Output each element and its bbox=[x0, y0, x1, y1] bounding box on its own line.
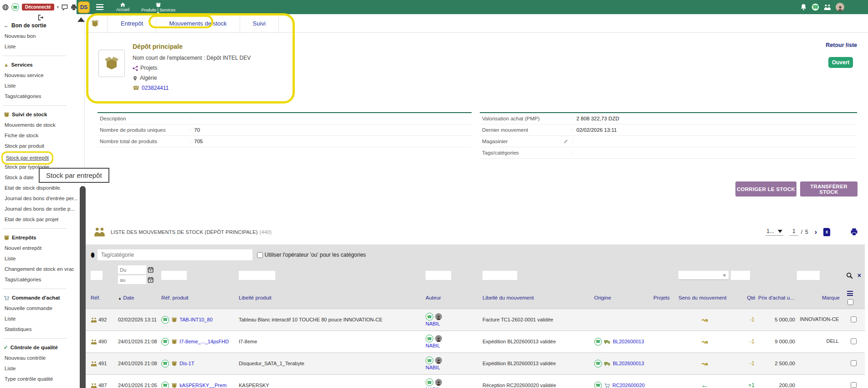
sidebar-item-liste-entrepots[interactable]: Liste bbox=[0, 253, 77, 264]
date-to-input[interactable] bbox=[118, 275, 146, 284]
sidebar-item-nouvelle-commande[interactable]: Nouvelle commande bbox=[0, 303, 77, 314]
whatsapp-icon[interactable]: ☎ bbox=[594, 360, 602, 367]
movement-filter-input[interactable] bbox=[483, 271, 517, 280]
sidebar-section-commande-achat[interactable]: Commande d'achat bbox=[0, 293, 77, 303]
whatsapp-icon[interactable]: ☎ bbox=[161, 382, 169, 388]
back-to-list-link[interactable]: Retour liste bbox=[798, 42, 857, 48]
product-ref-link[interactable]: TAB-INT10_80 bbox=[180, 317, 213, 322]
search-icon[interactable] bbox=[846, 272, 853, 279]
depot-photo-placeholder[interactable] bbox=[98, 50, 125, 77]
tag-category-input[interactable] bbox=[98, 249, 252, 260]
product-label-filter-input[interactable] bbox=[239, 271, 275, 280]
edit-pencil-icon[interactable] bbox=[563, 139, 569, 145]
sidebar-item-liste-bon[interactable]: Liste bbox=[0, 41, 77, 52]
col-price[interactable]: Prix d'achat u... bbox=[758, 295, 797, 300]
page-input[interactable]: 1 bbox=[790, 228, 798, 236]
col-date[interactable]: ▲ Date bbox=[118, 295, 161, 300]
sidebar-item-fiche-de-stock[interactable]: Fiche de stock bbox=[0, 130, 77, 141]
sidebar-item-nouveau-bon[interactable]: Nouveau bon bbox=[0, 31, 77, 41]
rows-per-page-select[interactable]: 1... bbox=[765, 228, 783, 236]
sidebar-item-etat-stock-disponible[interactable]: Etat de stock disponible. bbox=[0, 183, 77, 193]
tab-suivi[interactable]: Suivi bbox=[240, 14, 279, 32]
date-from-input[interactable] bbox=[118, 265, 146, 274]
whatsapp-icon[interactable]: ☎ bbox=[426, 335, 433, 342]
logout-icon[interactable] bbox=[38, 14, 44, 20]
print-list-icon[interactable] bbox=[850, 228, 858, 236]
author-avatar[interactable] bbox=[435, 313, 442, 320]
nav-item-produits-services[interactable]: Produits | Services bbox=[141, 0, 175, 14]
col-direction[interactable]: Sens du mouvement bbox=[678, 295, 731, 300]
col-ref[interactable]: Réf. bbox=[91, 295, 118, 300]
sidebar-item-tags-entrepots[interactable]: Tags/catégories bbox=[0, 274, 77, 285]
whatsapp-icon[interactable]: ☎ bbox=[426, 357, 433, 364]
origin-link[interactable]: BL202600013 bbox=[613, 339, 644, 344]
transferer-stock-button[interactable]: TRANSFÉRER STOCK bbox=[800, 181, 858, 197]
select-all-checkbox[interactable] bbox=[847, 299, 853, 305]
sidebar-item-type-controle-qualite[interactable]: Type contrôle qualité bbox=[0, 374, 77, 384]
row-checkbox[interactable] bbox=[851, 338, 857, 344]
whatsapp-icon[interactable]: ☎ bbox=[161, 338, 169, 346]
export-excel-icon[interactable]: x bbox=[823, 228, 830, 236]
origin-link[interactable]: BL202600013 bbox=[613, 361, 644, 366]
author-avatar[interactable] bbox=[435, 335, 442, 342]
whatsapp-icon[interactable]: ☎ bbox=[161, 316, 169, 324]
print-icon[interactable] bbox=[71, 4, 77, 10]
hamburger-menu-icon[interactable] bbox=[96, 4, 103, 10]
chevron-right-icon[interactable]: › bbox=[845, 42, 847, 50]
row-checkbox[interactable] bbox=[851, 382, 857, 388]
sidebar-back-header[interactable]: ← Bon de sortie bbox=[0, 20, 77, 31]
sidebar-item-nouvel-entrepot[interactable]: Nouvel entrepôt bbox=[0, 243, 77, 253]
globe-icon[interactable] bbox=[2, 4, 9, 10]
notification-bell-icon[interactable] bbox=[800, 4, 807, 10]
whatsapp-chat-icon[interactable]: ☎ bbox=[812, 3, 819, 11]
row-ref[interactable]: 490 bbox=[98, 339, 107, 344]
sidebar-item-statistiques[interactable]: Statistiques bbox=[0, 324, 77, 335]
user-avatar[interactable] bbox=[836, 3, 844, 11]
row-ref[interactable]: 492 bbox=[98, 317, 107, 322]
collapse-triangle-icon[interactable] bbox=[77, 17, 85, 22]
col-projects[interactable]: Projets bbox=[653, 295, 678, 300]
col-origin[interactable]: Origine bbox=[594, 295, 653, 300]
corriger-stock-button[interactable]: CORRIGER LE STOCK bbox=[735, 181, 796, 197]
qty-filter-input[interactable] bbox=[731, 271, 750, 280]
col-product-label[interactable]: Libellé produit bbox=[239, 295, 426, 300]
author-name[interactable]: NABIL bbox=[426, 343, 483, 348]
nav-item-accueil[interactable]: Accueil bbox=[116, 0, 129, 14]
sidebar-item-nouveau-service[interactable]: Nouveau service bbox=[0, 70, 77, 81]
sidebar-item-nouveau-controle[interactable]: Nouveau contrôle bbox=[0, 353, 77, 363]
calendar-icon[interactable] bbox=[148, 277, 154, 283]
whatsapp-icon[interactable]: ☎ bbox=[426, 313, 433, 321]
contacts-icon[interactable] bbox=[824, 4, 831, 10]
row-ref[interactable]: 491 bbox=[98, 361, 107, 366]
sidebar-scrollbar[interactable] bbox=[80, 186, 86, 388]
sidebar-item-mouvements-de-stock[interactable]: Mouvements de stock bbox=[0, 120, 77, 130]
direction-filter-select[interactable] bbox=[678, 271, 729, 280]
sidebar-item-liste-commandes[interactable]: Liste bbox=[0, 314, 77, 324]
author-avatar[interactable] bbox=[435, 357, 442, 364]
author-filter-input[interactable] bbox=[426, 271, 451, 280]
disconnected-badge[interactable]: Déconnecté bbox=[22, 4, 54, 10]
badge-caret-icon[interactable]: ▾ bbox=[57, 5, 59, 9]
whatsapp-icon[interactable]: ☎ bbox=[161, 360, 169, 367]
whatsapp-icon[interactable]: ☎ bbox=[594, 338, 602, 346]
sidebar-section-entrepots[interactable]: Entrepôts bbox=[0, 233, 77, 243]
whatsapp-icon[interactable]: ☎ bbox=[426, 378, 433, 386]
sidebar-section-suivi-de-stock[interactable]: Suivi de stock bbox=[0, 109, 77, 120]
tab-mouvements-de-stock[interactable]: Mouvements de stock bbox=[156, 14, 240, 32]
tab-entrepot[interactable]: Entrepôt bbox=[108, 14, 156, 32]
sidebar-item-tags-services[interactable]: Tags/catégories bbox=[0, 91, 77, 102]
sidebar-item-etat-stock-projet[interactable]: Etat de stock par projet bbox=[0, 214, 77, 225]
chat-bubble-icon[interactable] bbox=[62, 4, 68, 10]
product-ref-link[interactable]: I7-8eme_..._14psFHD bbox=[180, 339, 229, 344]
clear-filters-icon[interactable]: × bbox=[858, 272, 861, 279]
sidebar-item-liste-controles[interactable]: Liste bbox=[0, 363, 77, 374]
chevron-left-icon[interactable]: ‹ bbox=[834, 42, 837, 50]
whatsapp-icon[interactable]: ☎ bbox=[11, 3, 19, 11]
sidebar-item-stock-par-entrepot[interactable]: Stock par entrepôt bbox=[0, 151, 77, 162]
ref-filter-input[interactable] bbox=[91, 271, 103, 280]
col-qty[interactable]: Qté bbox=[731, 295, 758, 300]
sidebar-item-stock-par-produit[interactable]: Stock par produit bbox=[0, 141, 77, 151]
sidebar-item-liste-services[interactable]: Liste bbox=[0, 81, 77, 91]
origin-link[interactable]: RC202600020 bbox=[612, 383, 645, 388]
sidebar-item-journal-bons-sortie[interactable]: Journal des bons de sortie p... bbox=[0, 204, 77, 214]
